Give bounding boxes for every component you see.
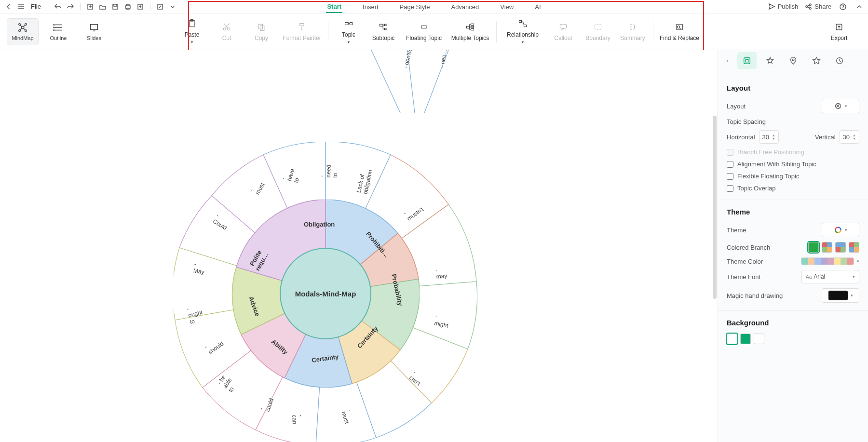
help-icon[interactable] <box>838 2 848 12</box>
node-can[interactable]: - can <box>291 415 305 424</box>
share-button[interactable]: Share <box>805 3 831 10</box>
magic-hand-label: Magic hand drawing <box>727 292 783 299</box>
svg-point-15 <box>54 27 54 28</box>
svg-rect-23 <box>260 26 264 30</box>
topic-overlap-checkbox[interactable]: Topic Overlap <box>727 185 859 192</box>
panel-tab-layout[interactable] <box>737 52 757 69</box>
svg-rect-35 <box>524 25 527 27</box>
view-outline-button[interactable]: Outline <box>42 18 74 45</box>
undo-icon[interactable] <box>53 2 63 12</box>
node-might[interactable]: - might <box>434 313 450 329</box>
cut-button: Cut <box>209 20 244 43</box>
bg-swatch-3[interactable] <box>754 334 764 344</box>
colored-branch-label: Colored Branch <box>727 244 770 251</box>
panel-tab-ai[interactable] <box>760 52 780 69</box>
svg-rect-42 <box>746 59 748 62</box>
menu-page-style[interactable]: Page Style <box>399 1 431 13</box>
export-quick-icon[interactable] <box>136 2 145 12</box>
svg-rect-36 <box>560 24 566 28</box>
collapse-ribbon-icon[interactable] <box>854 2 864 12</box>
theme-color-strip[interactable] <box>801 257 854 265</box>
more-quick-icon[interactable] <box>168 2 177 12</box>
back-icon[interactable] <box>4 2 14 12</box>
ribbon-separator <box>496 21 497 42</box>
panel-tab-marker[interactable] <box>784 52 803 69</box>
open-icon[interactable] <box>98 2 108 12</box>
colored-branch-option-4[interactable] <box>849 242 859 253</box>
scrollbar-thumb[interactable] <box>713 116 717 299</box>
relationship-button[interactable]: Relationship▾ <box>500 17 546 47</box>
panel-tab-icon[interactable] <box>807 52 826 69</box>
flexible-floating-checkbox[interactable]: Flexible Floating Topic <box>727 173 859 180</box>
menu-icon[interactable] <box>16 2 26 12</box>
svg-rect-32 <box>471 26 474 27</box>
menu-ai[interactable]: AI <box>534 1 542 13</box>
floating-topic-button[interactable]: Floating Topic <box>401 20 447 43</box>
canvas[interactable]: - don't/d… - nee… - must - <box>0 50 718 442</box>
layout-dropdown[interactable]: ▾ <box>822 99 859 113</box>
node-may[interactable]: - may <box>435 266 448 280</box>
summary-button: Summary <box>615 20 650 43</box>
colored-branch-option-1[interactable] <box>808 242 819 253</box>
horizontal-label: Horizontal <box>727 134 755 141</box>
multiple-topics-button[interactable]: Multiple Topics <box>447 20 493 43</box>
menu-advanced[interactable]: Advanced <box>450 1 480 13</box>
new-icon[interactable] <box>85 2 95 12</box>
panel-collapse-icon[interactable]: › <box>723 51 732 70</box>
svg-rect-34 <box>519 20 522 22</box>
theme-font-dropdown[interactable]: AaArial▾ <box>801 270 859 283</box>
node-may2[interactable]: - May <box>193 261 205 276</box>
node-obligation[interactable]: Obligation <box>304 221 335 228</box>
section-background-title: Background <box>727 319 859 327</box>
export-button[interactable]: Export <box>822 20 856 43</box>
menu-view[interactable]: View <box>499 1 515 13</box>
publish-button[interactable]: Publish <box>768 3 799 10</box>
copy-button: Copy <box>244 20 279 43</box>
svg-rect-33 <box>471 28 474 30</box>
align-sibling-checkbox[interactable]: Alignment With Sibling Topic <box>727 161 859 168</box>
subtopic-button[interactable]: Subtopic <box>366 20 401 43</box>
svg-rect-31 <box>471 24 474 25</box>
panel-tab-history[interactable] <box>830 52 849 69</box>
theme-dropdown[interactable]: ▾ <box>822 223 859 237</box>
svg-rect-17 <box>91 25 98 30</box>
paste-button[interactable]: Paste▾ <box>175 17 209 47</box>
view-slides-button[interactable]: Slides <box>78 18 110 45</box>
divider <box>80 3 81 11</box>
svg-rect-41 <box>744 57 750 64</box>
file-menu[interactable]: File <box>29 3 43 10</box>
svg-point-14 <box>54 25 54 26</box>
layout-label: Layout <box>727 103 746 110</box>
branch-free-checkbox: Branch Free Positioning <box>727 148 859 156</box>
node-need-to[interactable]: - need to <box>318 164 339 178</box>
save-icon[interactable] <box>110 2 120 12</box>
theme-label: Theme <box>727 227 746 234</box>
topic-spacing-label: Topic Spacing <box>727 118 859 125</box>
redo-icon[interactable] <box>66 2 75 12</box>
print-icon[interactable] <box>123 2 133 12</box>
horizontal-stepper[interactable]: 30▲▼ <box>759 130 779 144</box>
section-layout-title: Layout <box>727 84 859 92</box>
theme-color-dropdown[interactable]: ▾ <box>857 259 859 264</box>
section-theme-title: Theme <box>727 208 859 216</box>
vertical-stepper[interactable]: 30▲▼ <box>840 130 859 144</box>
view-mindmap-button[interactable]: MindMap <box>7 18 39 45</box>
svg-rect-30 <box>467 26 470 28</box>
menu-insert[interactable]: Insert <box>362 1 380 13</box>
colored-branch-option-2[interactable] <box>822 242 832 253</box>
svg-point-6 <box>810 4 812 6</box>
svg-rect-26 <box>380 24 383 26</box>
colored-branch-option-3[interactable] <box>835 242 846 253</box>
magic-hand-dropdown[interactable]: ▾ <box>822 288 859 303</box>
find-replace-button[interactable]: Find & Replace <box>656 20 703 43</box>
divider <box>48 3 48 11</box>
bg-swatch-green[interactable] <box>740 334 751 344</box>
menu-start[interactable]: Start <box>326 1 342 13</box>
central-topic[interactable]: Modals-Mind-Map <box>280 248 371 339</box>
bg-swatch-white[interactable] <box>727 334 737 344</box>
topic-button[interactable]: Topic▾ <box>331 17 366 47</box>
theme-color-label: Theme Color <box>727 258 763 265</box>
theme-font-label: Theme Font <box>727 273 760 281</box>
vertical-label: Vertical <box>815 134 836 141</box>
edit-quick-icon[interactable] <box>155 2 165 12</box>
